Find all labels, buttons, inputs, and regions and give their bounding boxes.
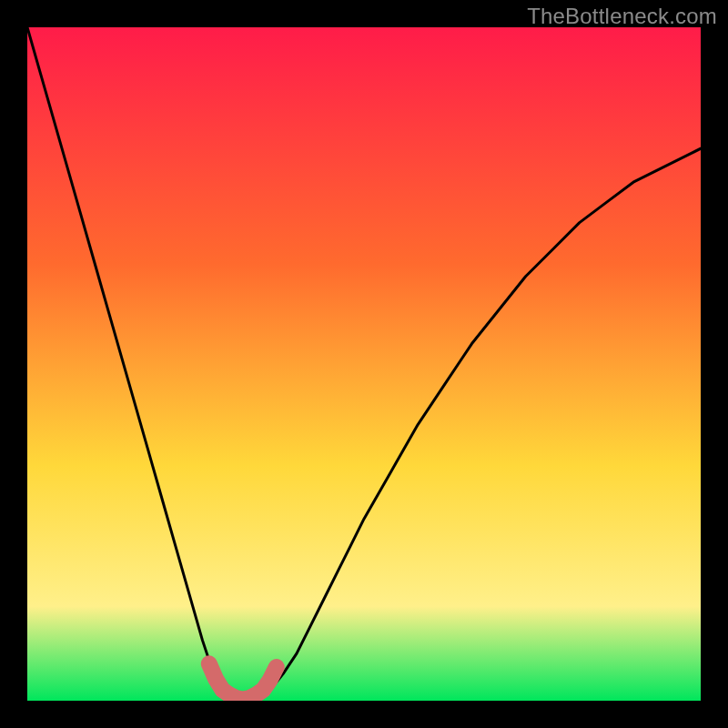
bottleneck-curve-layer xyxy=(27,27,701,701)
bottleneck-curve xyxy=(27,27,701,700)
optimum-marker xyxy=(209,663,277,699)
chart-frame: TheBottleneck.com xyxy=(0,0,728,728)
plot-area xyxy=(27,27,701,701)
watermark-text: TheBottleneck.com xyxy=(527,4,717,29)
